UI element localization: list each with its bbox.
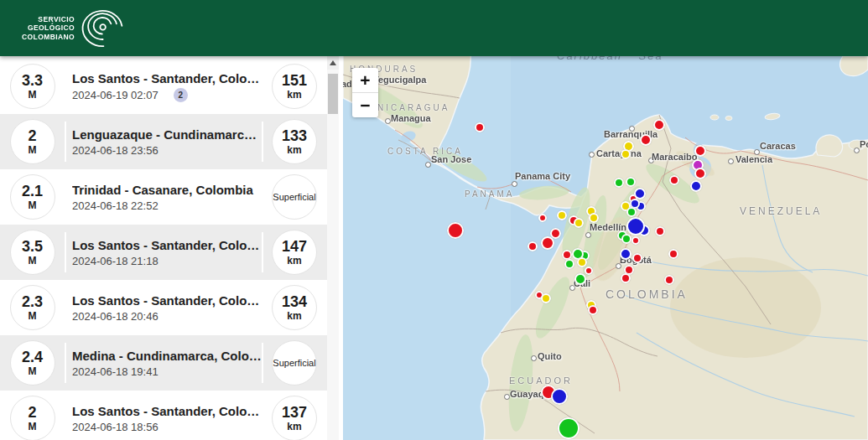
depth-cell: 147 km [262, 238, 327, 267]
earthquake-dot-yellow[interactable] [574, 218, 584, 228]
earthquake-dot-yellow[interactable] [589, 213, 599, 223]
event-location: Medina - Cundinamarca, Colombia [72, 349, 262, 363]
earthquake-list-item[interactable]: 2.3 M Los Santos - Santander, Colombia 2… [0, 280, 327, 335]
depth-value: 137 [282, 404, 307, 421]
zoom-out-button[interactable]: − [352, 93, 378, 117]
event-location: Trinidad - Casanare, Colombia [72, 183, 262, 197]
earthquake-dot-red[interactable] [632, 236, 640, 245]
magnitude-value: 3.3 [22, 72, 43, 89]
sgc-spiral-icon [80, 9, 123, 48]
magnitude-unit: M [29, 310, 37, 322]
location-cell: Los Santos - Santander, Colombia 2024-06… [65, 404, 262, 433]
earthquake-dot-blue[interactable] [690, 180, 702, 192]
earthquake-dot-blue[interactable] [634, 188, 646, 199]
depth-unit: km [287, 255, 301, 267]
magnitude-value: 2 [28, 404, 36, 421]
earthquake-dot-red[interactable] [528, 241, 538, 251]
earthquake-dot-blue[interactable] [620, 248, 632, 260]
app-header: SERVICIO GEOLÓGICO COLOMBIANO [0, 0, 868, 56]
magnitude-cell: 2 M [0, 404, 65, 432]
earthquake-dot-red[interactable] [640, 134, 652, 146]
event-datetime: 2024-06-18 19:41 [72, 365, 159, 378]
magnitude-cell: 2.4 M [0, 349, 65, 377]
magnitude-unit: M [29, 365, 37, 377]
earthquake-dot-red[interactable] [447, 222, 464, 239]
earthquake-dot-green[interactable] [614, 178, 624, 188]
magnitude-value: 2.4 [22, 349, 43, 365]
earthquake-dot-blue[interactable] [626, 217, 645, 236]
earthquake-list-item[interactable]: 2.4 M Medina - Cundinamarca, Colombia 20… [0, 335, 327, 391]
earthquake-map[interactable]: Caribbean Sea ad HONDURASNICARAGUACOSTA … [343, 56, 868, 440]
earthquake-list-item[interactable]: 3.5 M Los Santos - Santander, Colombia 2… [0, 225, 327, 280]
earthquake-dot-green[interactable] [626, 207, 637, 217]
depth-value: 133 [282, 127, 307, 144]
earthquake-dot-red[interactable] [585, 267, 593, 275]
earthquake-list: 3.3 M Los Santos - Santander, Colombia 2… [0, 56, 327, 440]
depth-cell: 137 km [262, 404, 327, 432]
earthquake-dot-red[interactable] [655, 226, 665, 236]
magnitude-value: 3.5 [22, 238, 43, 255]
earthquake-dot-red[interactable] [632, 253, 642, 263]
depth-cell: Superficial [262, 192, 327, 203]
depth-cell: 134 km [262, 293, 327, 322]
location-cell: Medina - Cundinamarca, Colombia 2024-06-… [65, 349, 262, 378]
earthquake-dot-green[interactable] [621, 234, 632, 244]
earthquake-dot-green[interactable] [626, 177, 636, 187]
earthquake-dot-yellow[interactable] [541, 293, 551, 303]
earthquake-dot-red[interactable] [668, 249, 678, 259]
scrollbar-up-arrow-icon[interactable] [327, 56, 339, 70]
depth-cell: 133 km [262, 127, 327, 156]
earthquake-dot-red[interactable] [475, 122, 485, 132]
earthquake-list-item[interactable]: 2.1 M Trinidad - Casanare, Colombia 2024… [0, 169, 327, 225]
location-cell: Los Santos - Santander, Colombia 2024-06… [65, 293, 262, 323]
earthquake-dot-red[interactable] [621, 273, 631, 283]
earthquake-dot-red[interactable] [694, 145, 706, 157]
depth-value: 134 [282, 293, 307, 310]
earthquake-dot-red[interactable] [588, 305, 598, 315]
earthquake-list-item[interactable]: 2 M Lenguazaque - Cundinamarca, Colo... … [0, 114, 327, 169]
earthquake-list-item[interactable]: 3.3 M Los Santos - Santander, Colombia 2… [0, 59, 327, 114]
earthquake-dot-red[interactable] [653, 119, 665, 131]
earthquake-dot-yellow[interactable] [577, 257, 587, 267]
event-datetime: 2024-06-18 21:18 [72, 255, 159, 267]
earthquake-dot-blue[interactable] [551, 388, 568, 405]
earthquake-dot-red[interactable] [694, 168, 706, 179]
earthquake-dot-red[interactable] [541, 236, 554, 250]
earthquake-dot-red[interactable] [538, 214, 547, 222]
earthquake-dot-green[interactable] [558, 417, 580, 439]
depth-value: Superficial [273, 358, 315, 369]
event-location: Los Santos - Santander, Colombia [72, 238, 262, 252]
depth-unit: km [287, 310, 301, 322]
earthquake-list-item[interactable]: 2 M Los Santos - Santander, Colombia 202… [0, 391, 327, 440]
event-location: Los Santos - Santander, Colombia [72, 293, 262, 308]
depth-value: 151 [282, 72, 307, 89]
magnitude-unit: M [29, 421, 37, 432]
earthquake-dot-green[interactable] [574, 273, 586, 285]
earthquake-dot-red[interactable] [669, 175, 679, 185]
sgc-logo[interactable]: SERVICIO GEOLÓGICO COLOMBIANO [22, 9, 123, 48]
sgc-earthquake-viewer: SERVICIO GEOLÓGICO COLOMBIANO 3.3 M [0, 0, 868, 440]
logo-line-2: GEOLÓGICO [22, 23, 75, 33]
event-location: Los Santos - Santander, Colombia [72, 71, 262, 85]
zoom-in-button[interactable]: + [352, 68, 378, 93]
earthquake-dot-yellow[interactable] [557, 210, 567, 220]
depth-cell: Superficial [262, 358, 327, 369]
event-location: Los Santos - Santander, Colombia [72, 404, 262, 418]
earthquake-dot-red[interactable] [664, 275, 674, 285]
depth-unit: km [287, 144, 301, 156]
location-cell: Los Santos - Santander, Colombia 2024-06… [65, 238, 262, 267]
depth-unit: km [287, 421, 301, 432]
event-datetime: 2024-06-18 22:52 [72, 199, 159, 212]
logo-line-3: COLOMBIANO [22, 33, 75, 42]
earthquake-dot-green[interactable] [564, 259, 574, 269]
magnitude-cell: 3.3 M [0, 72, 65, 101]
magnitude-unit: M [29, 255, 37, 267]
event-datetime: 2024-06-18 18:56 [72, 421, 159, 433]
list-scrollbar[interactable] [327, 56, 339, 440]
depth-unit: km [287, 89, 301, 101]
earthquake-dot-yellow[interactable] [621, 149, 631, 159]
magnitude-value: 2 [28, 127, 36, 144]
event-datetime: 2024-06-19 02:07 [72, 89, 159, 101]
location-cell: Lenguazaque - Cundinamarca, Colo... 2024… [65, 127, 262, 157]
scrollbar-thumb[interactable] [328, 74, 338, 114]
